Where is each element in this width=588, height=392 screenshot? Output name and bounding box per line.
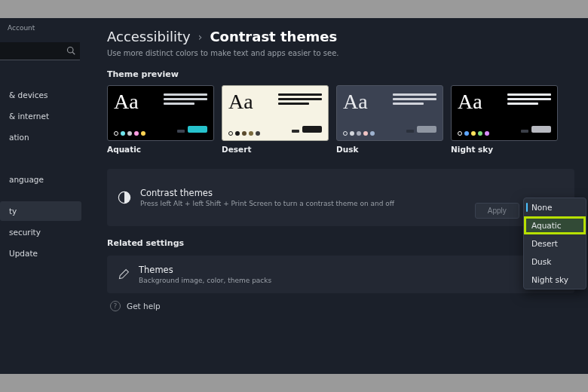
sample-text-icon: Aa bbox=[228, 92, 253, 136]
dropdown-item-dusk[interactable]: Dusk bbox=[524, 253, 586, 271]
contrast-themes-setting-row: Contrast themes Press left Alt + left Sh… bbox=[107, 169, 574, 226]
page-description: Use more distinct colors to make text an… bbox=[107, 49, 574, 57]
account-label[interactable]: Account bbox=[0, 18, 84, 39]
chevron-right-icon: › bbox=[198, 31, 203, 43]
brush-icon bbox=[118, 268, 130, 280]
sample-text-icon: Aa bbox=[114, 92, 139, 136]
get-help-label: Get help bbox=[127, 302, 161, 311]
sidebar-item-accessibility[interactable]: ty bbox=[0, 201, 81, 221]
themes-title: Themes bbox=[139, 265, 564, 275]
apply-button[interactable]: Apply bbox=[475, 203, 519, 219]
sidebar-item-internet[interactable]: & internet bbox=[0, 106, 81, 126]
contrast-icon bbox=[118, 191, 131, 204]
themes-link-row[interactable]: Themes Background image, color, theme pa… bbox=[107, 256, 574, 293]
themes-sub: Background image, color, theme packs bbox=[139, 277, 564, 284]
theme-card-dusk[interactable]: Aa bbox=[336, 85, 443, 141]
theme-label: Desert bbox=[222, 145, 329, 154]
sidebar: Account & devices & internet ation angua… bbox=[0, 18, 84, 374]
theme-card-desert[interactable]: Aa bbox=[222, 85, 329, 141]
help-icon: ? bbox=[110, 301, 121, 311]
theme-label: Aquatic bbox=[107, 145, 214, 154]
theme-preview-grid: Aa Aquatic Aa Desert bbox=[107, 85, 574, 154]
sidebar-item-ation[interactable]: ation bbox=[0, 127, 81, 147]
sidebar-nav: & devices & internet ation anguage ty se… bbox=[0, 74, 84, 264]
dropdown-item-night-sky[interactable]: Night sky bbox=[524, 271, 586, 289]
theme-label: Dusk bbox=[336, 145, 443, 154]
sidebar-item-language[interactable]: anguage bbox=[0, 170, 81, 189]
page-title: Contrast themes bbox=[210, 29, 337, 44]
theme-dropdown-flyout: None Aquatic Desert Dusk Night sky bbox=[523, 198, 586, 289]
theme-preview-heading: Theme preview bbox=[107, 69, 574, 79]
dropdown-item-none[interactable]: None bbox=[524, 198, 586, 216]
related-settings-heading: Related settings bbox=[107, 238, 574, 248]
svg-line-1 bbox=[72, 52, 75, 54]
search-icon bbox=[66, 46, 75, 55]
sidebar-item-devices[interactable]: & devices bbox=[0, 85, 81, 105]
theme-card-aquatic[interactable]: Aa bbox=[107, 85, 214, 141]
sample-text-icon: Aa bbox=[343, 92, 368, 136]
dropdown-item-aquatic[interactable]: Aquatic bbox=[524, 216, 586, 234]
sidebar-item-update[interactable]: Update bbox=[0, 243, 81, 263]
dropdown-item-desert[interactable]: Desert bbox=[524, 234, 586, 253]
settings-window: Account & devices & internet ation angua… bbox=[0, 18, 588, 374]
search-wrap bbox=[0, 42, 80, 60]
svg-point-0 bbox=[68, 47, 74, 54]
setting-title: Contrast themes bbox=[140, 188, 564, 198]
theme-label: Night sky bbox=[451, 145, 558, 154]
main-content: Accessibility › Contrast themes Use more… bbox=[84, 18, 588, 374]
breadcrumb: Accessibility › Contrast themes bbox=[107, 29, 574, 44]
theme-card-night-sky[interactable]: Aa bbox=[451, 85, 558, 141]
sample-text-icon: Aa bbox=[458, 92, 482, 136]
breadcrumb-parent[interactable]: Accessibility bbox=[107, 29, 191, 44]
get-help-row[interactable]: ? Get help bbox=[107, 301, 574, 311]
sidebar-item-security[interactable]: security bbox=[0, 222, 81, 242]
